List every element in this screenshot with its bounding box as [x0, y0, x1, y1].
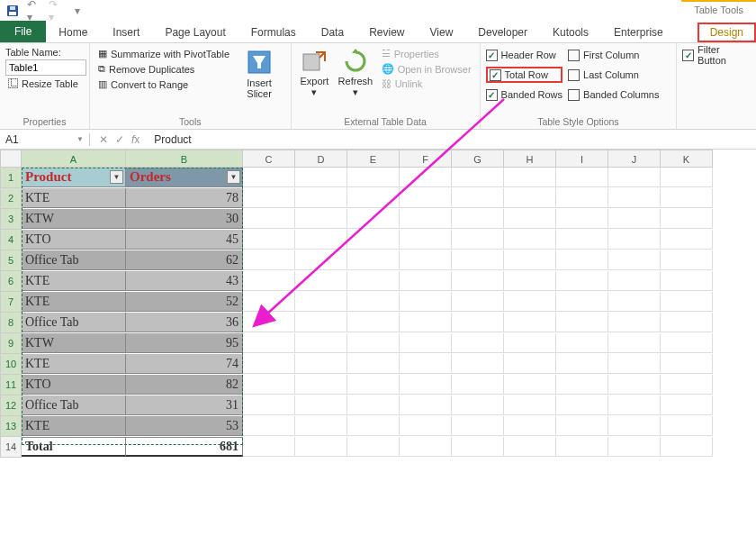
- filter-button-checkbox[interactable]: ✓Filter Button: [682, 47, 751, 63]
- tab-design[interactable]: Design: [698, 23, 756, 42]
- cell[interactable]: [556, 271, 608, 291]
- cell[interactable]: [661, 416, 713, 436]
- convert-range-button[interactable]: ▥ Convert to Range: [95, 77, 232, 91]
- cell[interactable]: 52: [126, 292, 243, 312]
- row-header[interactable]: 8: [0, 313, 22, 333]
- cell[interactable]: [452, 168, 504, 187]
- cell[interactable]: 681: [126, 437, 243, 457]
- cell[interactable]: [504, 437, 556, 457]
- cell[interactable]: [608, 354, 661, 374]
- cell[interactable]: [400, 209, 452, 229]
- cell[interactable]: [661, 292, 713, 312]
- filter-dropdown-icon[interactable]: ▼: [110, 170, 123, 184]
- cell[interactable]: [661, 188, 713, 208]
- cell[interactable]: [661, 354, 713, 374]
- cell[interactable]: KTO: [22, 230, 126, 250]
- cell[interactable]: [347, 209, 400, 229]
- column-header-f[interactable]: F: [400, 150, 452, 168]
- cell[interactable]: [347, 333, 400, 353]
- cell[interactable]: [452, 271, 504, 291]
- cell[interactable]: [608, 250, 661, 270]
- cell[interactable]: [400, 250, 452, 270]
- cell[interactable]: [608, 271, 661, 291]
- cell[interactable]: 36: [126, 313, 243, 332]
- refresh-button[interactable]: Refresh ▾: [338, 47, 374, 97]
- cell[interactable]: [347, 230, 400, 250]
- cell[interactable]: [243, 333, 295, 353]
- cell[interactable]: [400, 354, 452, 374]
- cell[interactable]: [295, 416, 347, 436]
- cell[interactable]: [556, 437, 608, 457]
- cell[interactable]: [556, 416, 608, 436]
- filter-dropdown-icon[interactable]: ▼: [227, 170, 240, 184]
- cell[interactable]: [556, 395, 608, 415]
- qat-customize-icon[interactable]: ▾: [70, 4, 85, 18]
- cell[interactable]: [295, 292, 347, 312]
- cell[interactable]: [504, 333, 556, 353]
- column-header-d[interactable]: D: [295, 150, 347, 168]
- tab-formulas[interactable]: Formulas: [238, 23, 309, 42]
- tab-home[interactable]: Home: [46, 23, 100, 42]
- cell[interactable]: [661, 209, 713, 229]
- cell[interactable]: [504, 354, 556, 374]
- cell[interactable]: [400, 230, 452, 250]
- cell[interactable]: [452, 313, 504, 332]
- cell[interactable]: [504, 292, 556, 312]
- tab-developer[interactable]: Developer: [465, 23, 540, 42]
- cell[interactable]: KTW: [22, 333, 126, 353]
- cell[interactable]: KTW: [22, 209, 126, 229]
- column-header-k[interactable]: K: [661, 150, 713, 168]
- cell[interactable]: [504, 168, 556, 187]
- tab-file[interactable]: File: [0, 21, 46, 42]
- insert-slicer-button[interactable]: Insert Slicer: [238, 47, 281, 99]
- table-name-input[interactable]: [5, 59, 86, 76]
- cell[interactable]: [347, 354, 400, 374]
- cell[interactable]: [556, 168, 608, 187]
- cell[interactable]: [347, 188, 400, 208]
- cancel-formula-icon[interactable]: ✕: [99, 133, 108, 146]
- cell[interactable]: [608, 395, 661, 415]
- column-header-c[interactable]: C: [243, 150, 295, 168]
- save-icon[interactable]: [5, 4, 20, 18]
- cell[interactable]: [452, 437, 504, 457]
- cell[interactable]: [504, 416, 556, 436]
- formula-input[interactable]: Product: [148, 133, 756, 146]
- cell[interactable]: [452, 292, 504, 312]
- cell[interactable]: Product▼: [22, 168, 126, 187]
- cell[interactable]: [556, 354, 608, 374]
- cell[interactable]: [400, 188, 452, 208]
- cell[interactable]: [243, 188, 295, 208]
- row-header[interactable]: 14: [0, 437, 22, 458]
- cell[interactable]: 31: [126, 395, 243, 415]
- cell[interactable]: [347, 250, 400, 270]
- cell[interactable]: [661, 250, 713, 270]
- select-all-corner[interactable]: [0, 150, 22, 168]
- cell[interactable]: [295, 375, 347, 395]
- cell[interactable]: [243, 375, 295, 395]
- cell[interactable]: [243, 230, 295, 250]
- last-column-checkbox[interactable]: Last Column: [568, 67, 659, 83]
- cell[interactable]: [400, 168, 452, 187]
- cell[interactable]: Total: [22, 437, 126, 457]
- tab-enterprise[interactable]: Enterprise: [601, 23, 676, 42]
- cell[interactable]: [608, 230, 661, 250]
- cell[interactable]: [608, 209, 661, 229]
- cell[interactable]: [347, 395, 400, 415]
- column-header-h[interactable]: H: [504, 150, 556, 168]
- cell[interactable]: [556, 188, 608, 208]
- row-header[interactable]: 6: [0, 271, 22, 292]
- cell[interactable]: [661, 375, 713, 395]
- cell[interactable]: [400, 313, 452, 332]
- cell[interactable]: [347, 271, 400, 291]
- cell[interactable]: [295, 250, 347, 270]
- cell[interactable]: [347, 437, 400, 457]
- cell[interactable]: [504, 209, 556, 229]
- cell[interactable]: [661, 313, 713, 332]
- name-box-dropdown-icon[interactable]: ▼: [76, 135, 84, 143]
- tab-data[interactable]: Data: [309, 23, 356, 42]
- column-header-a[interactable]: A: [22, 150, 126, 168]
- cell[interactable]: [295, 333, 347, 353]
- cell[interactable]: [400, 333, 452, 353]
- tab-view[interactable]: View: [418, 23, 466, 42]
- cell[interactable]: [608, 416, 661, 436]
